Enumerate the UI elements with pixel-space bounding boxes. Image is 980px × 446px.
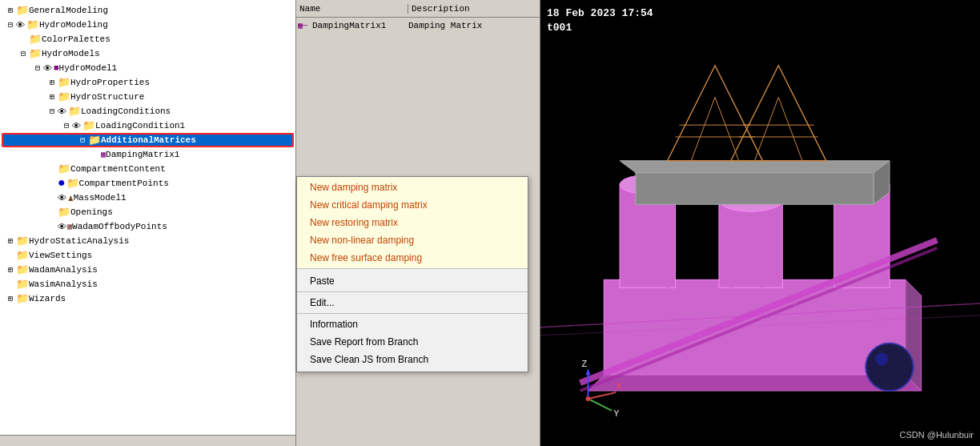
svg-point-41 [666, 318, 669, 321]
expand-icon[interactable]: ⊟ [5, 20, 16, 30]
svg-point-50 [761, 334, 764, 337]
tree-item-wadamanalysis[interactable]: ⊞ 📁 WadamAnalysis [2, 263, 294, 277]
context-menu-item-edit[interactable]: Edit... [297, 294, 528, 311]
tree-item-wasimanalysis[interactable]: + 📁 WasimAnalysis [2, 277, 294, 291]
tree-container[interactable]: ⊞ 📁 GeneralModeling ⊟ 👁 📁 HydroModeling … [0, 0, 295, 435]
expand-icon[interactable]: ⊞ [5, 294, 16, 303]
tree-item-hydromodels[interactable]: ⊟ 📁 HydroModels [2, 46, 294, 61]
svg-point-39 [793, 302, 796, 305]
tree-item-colorpalettes[interactable]: + 📁 ColorPalettes [2, 32, 294, 46]
tree-item-hydrostructure[interactable]: ⊞ 📁 HydroStructure [2, 90, 294, 104]
tree-item-compartmentcontent[interactable]: + 📁 CompartmentContent [2, 162, 294, 176]
svg-point-30 [697, 286, 701, 289]
svg-point-35 [666, 302, 669, 305]
folder-icon: 📁 [82, 119, 95, 132]
folder-icon: 📁 [16, 4, 29, 17]
svg-point-29 [666, 286, 669, 289]
folder-icon: 📁 [16, 263, 29, 276]
svg-text:Y: Y [613, 408, 620, 418]
tree-label: LoadingConditions [81, 106, 171, 116]
svg-point-53 [666, 350, 669, 353]
svg-point-40 [825, 302, 828, 305]
svg-point-42 [697, 318, 701, 321]
context-menu-item-paste[interactable]: Paste [297, 272, 528, 290]
context-menu: New damping matrix New critical damping … [296, 176, 528, 372]
expand-icon[interactable]: ⊟ [18, 49, 29, 58]
folder-icon: 📁 [58, 90, 70, 103]
svg-point-33 [793, 286, 796, 289]
context-menu-item-save-report[interactable]: Save Report from Branch [297, 333, 528, 351]
context-menu-item-information[interactable]: Information [297, 315, 528, 333]
context-menu-item-new-critical-damping-matrix[interactable]: New critical damping matrix [297, 196, 528, 214]
tree-label: MassModel1 [74, 193, 127, 203]
tree-label: HydroProperties [70, 78, 150, 87]
tree-label: Openings [70, 207, 113, 217]
tree-item-viewsettings[interactable]: + 📁 ViewSettings [2, 248, 294, 263]
person-icon: ♟ [68, 193, 74, 203]
svg-point-51 [793, 334, 796, 337]
expand-icon[interactable]: ⊞ [46, 92, 58, 102]
tree-label: HydroModeling [39, 20, 108, 30]
tree-item-wizards[interactable]: ⊞ 📁 Wizards [2, 291, 294, 306]
svg-rect-10 [636, 173, 874, 205]
tree-item-compartmentpoints[interactable]: + ● 📁 CompartmentPoints [2, 176, 294, 191]
tree-item-openings[interactable]: + 📁 Openings [2, 205, 294, 219]
tree-item-loadingconditions[interactable]: ⊟ 👁 📁 LoadingConditions [2, 104, 294, 119]
svg-point-34 [825, 286, 828, 289]
folder-icon: 📁 [68, 105, 81, 118]
svg-point-36 [697, 302, 701, 305]
context-menu-item-new-free-surface-damping[interactable]: New free surface damping [297, 249, 528, 267]
tree-item-dampingmatrix1-child[interactable]: + ▦ DampingMatrix1 [2, 147, 294, 162]
folder-icon: 📁 [58, 163, 70, 175]
expand-icon[interactable]: ⊞ [5, 6, 16, 15]
svg-marker-11 [620, 161, 890, 173]
context-menu-item-new-restoring-matrix[interactable]: New restoring matrix [297, 214, 528, 231]
tree-label: HydroModels [42, 49, 100, 58]
horizontal-scrollbar[interactable] [0, 435, 295, 446]
svg-point-52 [825, 334, 828, 337]
tree-label: ViewSettings [29, 251, 92, 260]
expand-icon[interactable]: ⊟ [32, 63, 43, 73]
svg-point-54 [697, 350, 701, 353]
expand-icon[interactable]: ⊟ [61, 121, 72, 131]
tree-label: LoadingCondition1 [95, 121, 185, 131]
file-list-row[interactable]: ▦─ DampingMatrix1 Damping Matrix [296, 18, 540, 34]
viewport-time-step: t001 [547, 21, 653, 35]
tree-item-hydromodeling[interactable]: ⊟ 👁 📁 HydroModeling [2, 18, 294, 32]
tree-item-wadamoffbodypoints[interactable]: + 👁 ▦ WadamOffbodyPoints [2, 219, 294, 234]
svg-point-56 [761, 350, 764, 353]
svg-point-57 [793, 350, 796, 353]
folder-icon: 📁 [58, 206, 70, 219]
3d-scene-svg: Z Y X [540, 0, 980, 446]
tree-panel: ⊞ 📁 GeneralModeling ⊟ 👁 📁 HydroModeling … [0, 0, 296, 446]
folder-icon: 📁 [58, 76, 70, 89]
eye-icon: 👁 [58, 193, 66, 203]
svg-rect-8 [719, 200, 782, 287]
expand-icon[interactable]: ⊞ [5, 265, 16, 275]
tree-item-generalmodeling[interactable]: ⊞ 📁 GeneralModeling [2, 3, 294, 18]
tree-label: CompartmentPoints [79, 179, 169, 188]
svg-point-37 [729, 302, 733, 305]
expand-icon[interactable]: ⊞ [46, 78, 58, 87]
context-menu-item-save-clean-js[interactable]: Save Clean JS from Branch [297, 351, 528, 368]
tree-item-additionalmatrices[interactable]: ⊟ 📁 AdditionalMatrices [2, 133, 294, 147]
tree-item-hydroproperties[interactable]: ⊞ 📁 HydroProperties [2, 75, 294, 90]
scene-container: 18 Feb 2023 17:54 t001 [540, 0, 980, 446]
expand-icon[interactable]: ⊞ [5, 236, 16, 246]
tree-item-hydromodel1[interactable]: ⊟ 👁 ■ HydroModel1 [2, 61, 294, 75]
tree-label: WadamOffbodyPoints [72, 222, 167, 231]
tree-item-loadingcondition1[interactable]: ⊟ 👁 📁 LoadingCondition1 [2, 119, 294, 133]
expand-icon[interactable]: ⊟ [46, 106, 58, 116]
matrix-row-icon: ▦─ [298, 21, 312, 30]
tree-item-massmodel1[interactable]: + 👁 ♟ MassModel1 [2, 191, 294, 205]
tree-label: HydroStructure [70, 92, 144, 102]
tree-label: DampingMatrix1 [106, 150, 179, 159]
context-menu-item-new-damping-matrix[interactable]: New damping matrix [297, 179, 528, 196]
tree-item-hydrostaticanalysis[interactable]: ⊞ 📁 HydroStaticAnalysis [2, 234, 294, 248]
context-menu-item-new-non-linear-damping[interactable]: New non-linear damping [297, 231, 528, 249]
svg-point-48 [697, 334, 701, 337]
svg-point-47 [666, 334, 669, 337]
column-description-header: Description [408, 4, 473, 14]
expand-icon[interactable]: ⊟ [77, 135, 88, 145]
folder-icon: 📁 [16, 292, 29, 305]
